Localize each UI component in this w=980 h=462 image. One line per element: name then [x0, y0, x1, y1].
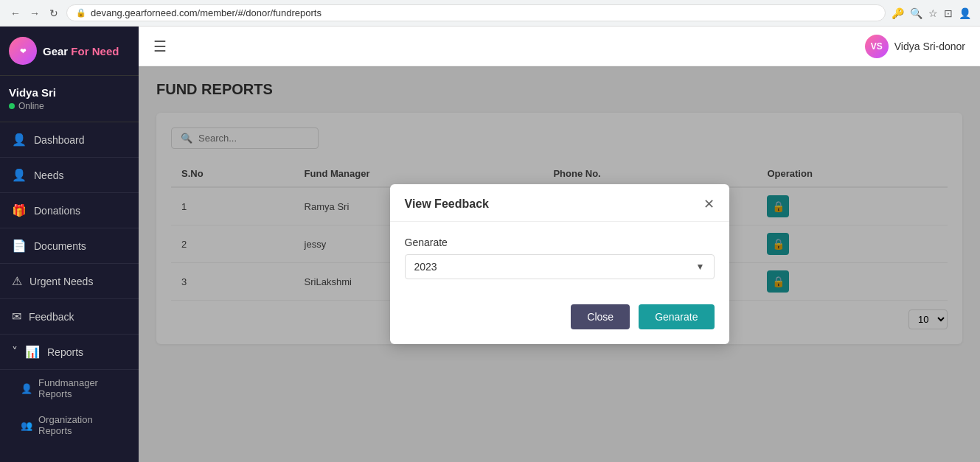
view-feedback-modal: View Feedback ✕ Genarate 2023 ▼ Close Ge… [390, 184, 729, 344]
layout-icon[interactable]: ⊡ [944, 7, 953, 19]
topbar-user: VS Vidya Sri-donor [865, 35, 965, 58]
sidebar-item-label: Dashboard [34, 134, 85, 146]
app-container: ❤ Gear For Need Vidya Sri Online 👤 Dashb… [0, 27, 980, 462]
modal-footer: Close Genarate [390, 294, 729, 344]
sidebar-item-label: Documents [34, 240, 86, 252]
sidebar-item-label: Donations [34, 205, 80, 217]
feedback-icon: ✉ [12, 309, 21, 323]
urgent-icon: ⚠ [12, 274, 22, 288]
forward-button[interactable]: → [28, 7, 41, 20]
logo-icon-text: ❤ [20, 47, 26, 55]
modal-header: View Feedback ✕ [390, 184, 729, 222]
modal-overlay: View Feedback ✕ Genarate 2023 ▼ Close Ge… [139, 66, 980, 462]
status-text: Online [18, 101, 44, 111]
sidebar-item-donations[interactable]: 🎁 Donations [0, 193, 139, 228]
organization-reports-icon: 👥 [21, 420, 32, 431]
status-dot [9, 103, 15, 109]
generate-button[interactable]: Genarate [639, 304, 714, 329]
profile-icon[interactable]: 👤 [959, 7, 971, 19]
dashboard-icon: 👤 [12, 133, 27, 147]
sidebar-item-documents[interactable]: 📄 Documents [0, 228, 139, 264]
topbar-username: Vidya Sri-donor [894, 41, 965, 52]
logo-for: For [71, 45, 91, 57]
sidebar-item-reports[interactable]: ˅ 📊 Reports [0, 335, 139, 370]
year-value: 2023 [414, 261, 437, 273]
sidebar-item-dashboard[interactable]: 👤 Dashboard [0, 122, 139, 158]
sidebar: ❤ Gear For Need Vidya Sri Online 👤 Dashb… [0, 27, 139, 462]
modal-body: Genarate 2023 ▼ [390, 222, 729, 294]
needs-icon: 👤 [12, 168, 27, 182]
reports-expand-icon: ˅ [12, 345, 18, 359]
star-icon[interactable]: ☆ [928, 7, 938, 19]
user-status: Online [9, 101, 130, 111]
logo-text: Gear For Need [43, 45, 119, 57]
generate-label: Genarate [405, 237, 715, 248]
donations-icon: 🎁 [12, 203, 27, 217]
sidebar-item-label: Feedback [29, 311, 74, 323]
browser-bar: ← → ↻ 🔒 devang.gearforneed.com/member/#/… [0, 0, 980, 27]
topbar: ☰ VS Vidya Sri-donor [139, 27, 980, 66]
user-section: Vidya Sri Online [0, 76, 139, 122]
logo-icon: ❤ [9, 37, 37, 65]
fundmanager-reports-icon: 👤 [21, 383, 32, 394]
sidebar-item-feedback[interactable]: ✉ Feedback [0, 299, 139, 335]
main-content: ☰ VS Vidya Sri-donor FUND REPORTS 🔍 S.No [139, 27, 980, 462]
browser-actions: 🔑 🔍 ☆ ⊡ 👤 [892, 7, 971, 19]
chevron-down-icon: ▼ [696, 262, 705, 272]
sidebar-item-organization-reports[interactable]: 👥 Organization Reports [0, 407, 139, 444]
user-name: Vidya Sri [9, 86, 130, 99]
refresh-button[interactable]: ↻ [47, 7, 60, 20]
url-bar[interactable]: 🔒 devang.gearforneed.com/member/#/donor/… [66, 4, 886, 21]
modal-title: View Feedback [405, 197, 489, 211]
documents-icon: 📄 [12, 239, 27, 253]
security-icon: 🔒 [76, 8, 86, 18]
page-area: FUND REPORTS 🔍 S.No Fund Manager Phone N… [139, 66, 980, 462]
reports-icon: 📊 [25, 345, 40, 359]
url-text: devang.gearforneed.com/member/#/donor/fu… [91, 7, 876, 18]
sidebar-sub-item-label: Fundmanager Reports [38, 377, 127, 399]
sidebar-item-label: Reports [47, 346, 83, 358]
sidebar-item-label: Needs [34, 169, 63, 181]
back-button[interactable]: ← [9, 7, 22, 20]
menu-icon[interactable]: ☰ [153, 38, 167, 55]
sidebar-item-label: Urgent Needs [29, 276, 93, 287]
sidebar-item-urgent-needs[interactable]: ⚠ Urgent Needs [0, 264, 139, 299]
sidebar-sub-item-label: Organization Reports [38, 414, 127, 436]
close-modal-button[interactable]: Close [571, 304, 630, 329]
search-icon[interactable]: 🔍 [910, 7, 922, 19]
logo-area: ❤ Gear For Need [0, 27, 139, 76]
logo-gear: Gear [43, 45, 71, 57]
year-select[interactable]: 2023 ▼ [405, 254, 715, 279]
key-icon[interactable]: 🔑 [892, 7, 904, 19]
sidebar-item-needs[interactable]: 👤 Needs [0, 158, 139, 193]
sidebar-item-fundmanager-reports[interactable]: 👤 Fundmanager Reports [0, 370, 139, 407]
logo-need: Need [92, 45, 119, 57]
modal-close-button[interactable]: ✕ [703, 197, 715, 211]
avatar: VS [865, 35, 889, 58]
